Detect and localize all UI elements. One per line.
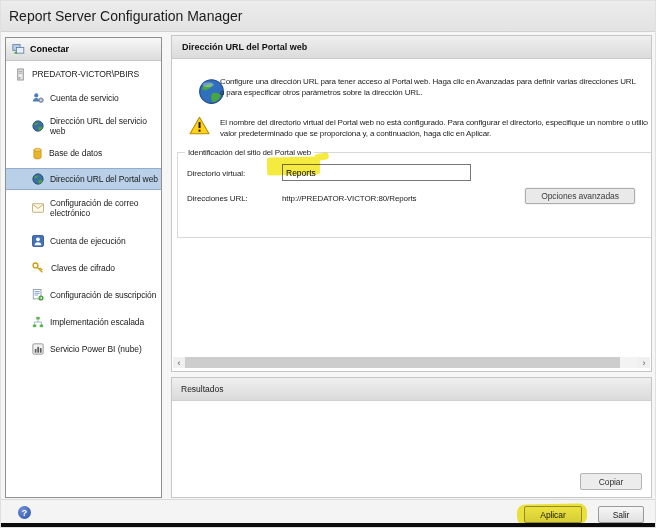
sidebar-item-servicio-power-bi[interactable]: Servicio Power BI (nube) <box>6 339 161 359</box>
scroll-left-icon[interactable]: ‹ <box>173 357 185 368</box>
scale-out-icon <box>32 316 44 328</box>
power-bi-icon <box>32 343 44 355</box>
sidebar-item-configuracion-suscripcion[interactable]: Configuración de suscripción <box>6 285 161 305</box>
sidebar-item-label: PREDATOR-VICTOR\PBIRS <box>32 69 139 79</box>
sidebar-item-cuenta-de-servicio[interactable]: Cuenta de servicio <box>6 88 161 108</box>
sidebar-item-implementacion-escalada[interactable]: Implementación escalada <box>6 312 161 332</box>
site-identification-group: Identificación del sitio del Portal web … <box>177 152 652 238</box>
apply-button[interactable]: Aplicar <box>524 506 582 523</box>
horizontal-scrollbar[interactable]: ‹ › <box>173 357 650 368</box>
sidebar-item-label: Cuenta de ejecución <box>50 236 126 246</box>
connect-icon <box>12 43 25 56</box>
exit-button[interactable]: Salir <box>598 506 644 523</box>
bottom-black-strip <box>1 523 655 528</box>
sidebar-header-label: Conectar <box>30 44 69 54</box>
scroll-right-icon[interactable]: › <box>638 357 650 368</box>
server-icon <box>15 68 26 81</box>
web-service-url-icon <box>32 120 44 132</box>
portal-url-panel: Dirección URL del Portal web Configure u… <box>171 35 652 372</box>
sidebar-item-server[interactable]: PREDATOR-VICTOR\PBIRS <box>6 64 161 84</box>
sidebar-item-label: Dirección URL del Portal web <box>50 174 158 184</box>
report-server-configuration-manager-window: Report Server Configuration Manager Cone… <box>0 0 656 528</box>
encryption-keys-icon <box>32 262 45 274</box>
scrollbar-track[interactable] <box>185 357 638 368</box>
sidebar-item-label: Configuración de suscripción <box>50 290 156 300</box>
results-header: Resultados <box>172 378 651 401</box>
sidebar-item-label: Cuenta de servicio <box>50 93 119 103</box>
footer-bar: ? Aplicar Salir <box>1 499 655 525</box>
panel-title: Dirección URL del Portal web <box>182 42 307 52</box>
results-panel: Resultados Copiar <box>171 377 652 498</box>
sidebar-item-claves-de-cifrado[interactable]: Claves de cifrado <box>6 258 161 278</box>
help-icon[interactable]: ? <box>18 506 31 519</box>
sidebar-item-label: Implementación escalada <box>50 317 144 327</box>
sidebar-item-base-de-datos[interactable]: Base de datos <box>6 143 161 163</box>
subscription-icon <box>32 289 44 301</box>
sidebar-item-label: Claves de cifrado <box>51 263 115 273</box>
panel-header: Dirección URL del Portal web <box>172 36 651 59</box>
sidebar-item-cuenta-de-ejecucion[interactable]: Cuenta de ejecución <box>6 231 161 251</box>
warning-text: El nombre del directorio virtual del Por… <box>220 117 648 139</box>
sidebar-item-label: Dirección URL del servicio web <box>50 116 161 136</box>
portal-url-icon <box>32 173 44 185</box>
advanced-options-button[interactable]: Opciones avanzadas <box>525 188 635 204</box>
sidebar: Conectar PREDATOR-VICTOR\PBIRS Cuenta de… <box>5 37 162 498</box>
execution-account-icon <box>32 235 44 247</box>
virtual-directory-input[interactable] <box>282 164 471 181</box>
sidebar-item-direccion-url-servicio-web[interactable]: Dirección URL del servicio web <box>6 116 161 136</box>
description-text: Configure una dirección URL para tener a… <box>220 76 648 98</box>
sidebar-item-label: Configuración de correo electrónico <box>50 198 138 218</box>
email-icon <box>32 203 44 213</box>
warning-icon <box>189 116 210 139</box>
urls-label: Direcciones URL: <box>187 194 248 203</box>
sidebar-item-direccion-url-portal-web[interactable]: Dirección URL del Portal web <box>6 168 161 190</box>
results-title: Resultados <box>181 384 224 394</box>
scrollbar-thumb[interactable] <box>185 357 620 368</box>
database-icon <box>32 147 43 160</box>
copy-button[interactable]: Copiar <box>580 473 642 490</box>
title-bar: Report Server Configuration Manager <box>1 1 655 32</box>
urls-value: http://PREDATOR-VICTOR:80/Reports <box>282 194 417 203</box>
sidebar-header-connect[interactable]: Conectar <box>6 38 161 61</box>
virtual-directory-label: Directorio virtual: <box>187 169 245 178</box>
sidebar-item-configuracion-correo[interactable]: Configuración de correo electrónico <box>6 195 161 221</box>
sidebar-item-label: Servicio Power BI (nube) <box>50 344 142 354</box>
group-legend: Identificación del sitio del Portal web <box>185 148 314 157</box>
sidebar-item-label: Base de datos <box>49 148 102 158</box>
service-account-icon <box>32 92 44 104</box>
window-title: Report Server Configuration Manager <box>9 8 242 24</box>
